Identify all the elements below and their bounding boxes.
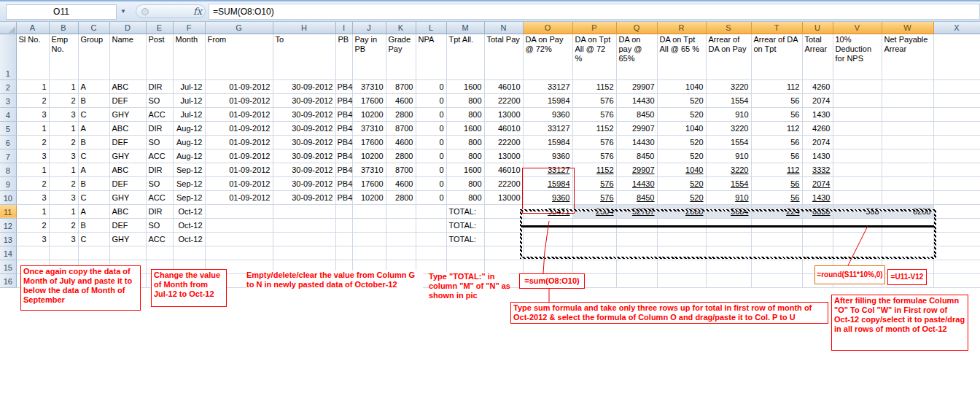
cell-U5[interactable]: 4260 [802,121,833,135]
cell-M3[interactable]: 800 [446,93,484,107]
cell-G2[interactable]: 01-09-2012 [205,79,273,93]
name-box-dropdown-icon[interactable]: ▼ [117,4,130,18]
cell-W14[interactable] [882,246,933,260]
cell-H1[interactable]: To [273,34,335,79]
cell-D10[interactable]: GHY [109,190,146,204]
cell-C14[interactable] [78,246,109,260]
cell-E5[interactable]: DIR [146,121,173,135]
cell-K9[interactable]: 4600 [386,176,416,190]
cell-X10[interactable] [933,190,980,204]
cell-G4[interactable]: 01-09-2012 [205,107,273,121]
cell-N11[interactable] [484,204,523,218]
cell-U8[interactable]: 3332 [802,163,833,176]
cell-N1[interactable]: Total Pay [484,34,523,79]
cell-W10[interactable] [882,190,933,204]
cell-R3[interactable]: 520 [657,93,706,107]
cell-K7[interactable]: 2800 [386,149,416,163]
cell-P7[interactable]: 576 [572,149,616,163]
cell-J10[interactable]: 10200 [352,190,386,204]
cell-R10[interactable]: 520 [657,190,706,204]
column-header-C[interactable]: C [78,22,109,34]
cell-A2[interactable]: 1 [16,79,49,93]
cell-C1[interactable]: Group [78,34,109,79]
annotation-net-formula-box[interactable]: =U11-V12 [887,269,927,285]
cell-M14[interactable] [446,246,484,260]
cell-V4[interactable] [833,107,882,121]
cell-W8[interactable] [882,163,933,176]
cell-A8[interactable]: 1 [16,163,49,176]
cell-N6[interactable]: 22200 [484,135,523,149]
cell-Q1[interactable]: DA on pay @ 65% [616,34,657,79]
cell-F1[interactable]: Month [173,34,205,79]
cell-E1[interactable]: Post [146,34,173,79]
cell-C8[interactable]: A [78,163,109,176]
cell-R15[interactable] [657,260,706,273]
column-header-W[interactable]: W [882,22,933,34]
cell-V6[interactable] [833,135,882,149]
row-header-16[interactable]: 16 [0,273,16,287]
cell-J2[interactable]: 37310 [352,79,386,93]
column-header-X[interactable]: X [933,22,980,34]
cell-I4[interactable]: PB4 [335,107,352,121]
cell-S13[interactable] [706,232,751,246]
cell-P10[interactable]: 576 [572,190,616,204]
cell-R5[interactable]: 1040 [657,121,706,135]
cell-R13[interactable] [657,232,706,246]
cell-K13[interactable] [386,232,416,246]
cell-H9[interactable]: 30-09-2012 [273,176,335,190]
column-header-B[interactable]: B [49,22,78,34]
cell-X6[interactable] [933,135,980,149]
cell-I11[interactable] [335,204,352,218]
cell-F8[interactable]: Sep-12 [173,163,205,176]
cell-P6[interactable]: 576 [572,135,616,149]
cell-B13[interactable]: 3 [49,232,78,246]
cell-Q13[interactable] [616,232,657,246]
cell-E10[interactable]: ACC [146,190,173,204]
cell-M2[interactable]: 1600 [446,79,484,93]
cell-W3[interactable] [882,93,933,107]
annotation-type-total-note[interactable]: Type "TOTAL:" in column "M" of "N" as sh… [429,272,510,300]
cell-K12[interactable] [386,218,416,232]
cell-N7[interactable]: 13000 [484,149,523,163]
cell-O2[interactable]: 33127 [523,79,572,93]
cell-L7[interactable]: 0 [416,149,446,163]
cell-A1[interactable]: Sl No. [16,34,49,79]
cell-W2[interactable] [882,79,933,93]
cell-G8[interactable]: 01-09-2012 [205,163,273,176]
cell-K14[interactable] [386,246,416,260]
cell-S14[interactable] [706,246,751,260]
cell-B3[interactable]: 2 [49,93,78,107]
cell-M13[interactable]: TOTAL: [446,232,484,246]
cell-D9[interactable]: DEF [109,176,146,190]
cell-C11[interactable]: A [78,204,109,218]
cell-X5[interactable] [933,121,980,135]
cell-S9[interactable]: 1554 [706,176,751,190]
cell-J7[interactable]: 10200 [352,149,386,163]
cell-U6[interactable]: 2074 [802,135,833,149]
cell-P3[interactable]: 576 [572,93,616,107]
column-header-H[interactable]: H [273,22,335,34]
cell-H10[interactable]: 30-09-2012 [273,190,335,204]
cell-S7[interactable]: 910 [706,149,751,163]
cell-B7[interactable]: 3 [49,149,78,163]
cell-M7[interactable]: 800 [446,149,484,163]
cell-H11[interactable] [273,204,335,218]
insert-function-icon[interactable]: fx [188,4,207,18]
cell-V8[interactable] [833,163,882,176]
cell-S11[interactable]: 5684 [706,204,751,218]
cell-G5[interactable]: 01-09-2012 [205,121,273,135]
cell-A10[interactable]: 3 [16,190,49,204]
cell-D12[interactable]: DEF [109,218,146,232]
column-header-J[interactable]: J [352,22,386,34]
cell-F10[interactable]: Sep-12 [173,190,205,204]
cell-N8[interactable]: 46010 [484,163,523,176]
cell-H7[interactable]: 30-09-2012 [273,149,335,163]
cell-B14[interactable] [49,246,78,260]
cell-H12[interactable] [273,218,335,232]
cell-I7[interactable]: PB4 [335,149,352,163]
cell-B8[interactable]: 1 [49,163,78,176]
cell-L5[interactable]: 0 [416,121,446,135]
cell-C2[interactable]: A [78,79,109,93]
cell-H3[interactable]: 30-09-2012 [273,93,335,107]
cell-M12[interactable]: TOTAL: [446,218,484,232]
